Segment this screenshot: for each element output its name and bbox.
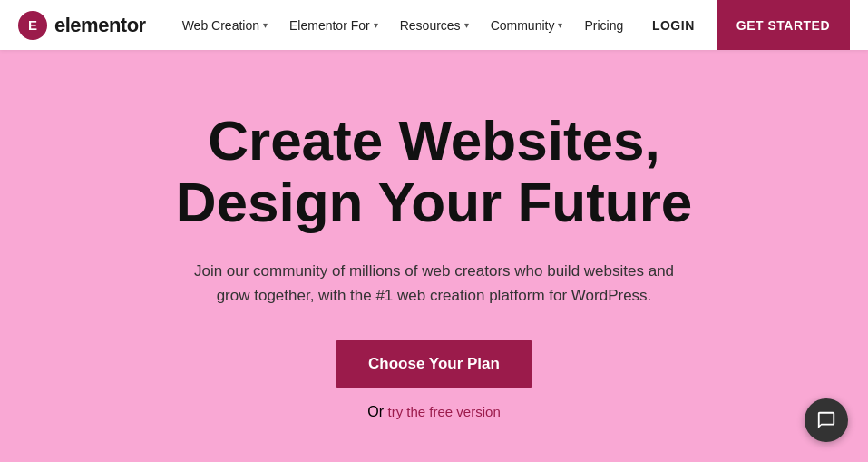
nav-links: Web Creation ▾ Elementor For ▾ Resources… (173, 13, 638, 38)
nav-item-pricing[interactable]: Pricing (575, 13, 632, 38)
chevron-down-icon: ▾ (464, 20, 469, 30)
login-button[interactable]: LOGIN (638, 11, 709, 40)
hero-title: Create Websites, Design Your Future (176, 110, 693, 233)
nav-item-elementor-for[interactable]: Elementor For ▾ (280, 13, 387, 38)
chevron-down-icon: ▾ (558, 20, 562, 30)
free-prefix: Or (367, 404, 387, 419)
hero-subtitle: Join our community of millions of web cr… (190, 259, 679, 308)
free-version-line: Or try the free version (367, 404, 500, 420)
chevron-down-icon: ▾ (263, 20, 268, 30)
navbar: E elementor Web Creation ▾ Elementor For… (0, 0, 868, 50)
logo-icon: E (18, 11, 47, 40)
brand-name: elementor (54, 14, 146, 37)
get-started-button[interactable]: GET STARTED (717, 0, 850, 50)
logo[interactable]: E elementor (18, 11, 146, 40)
nav-item-web-creation[interactable]: Web Creation ▾ (173, 13, 277, 38)
chevron-down-icon: ▾ (374, 20, 378, 30)
nav-right: LOGIN GET STARTED (638, 0, 850, 50)
nav-item-community[interactable]: Community ▾ (482, 13, 572, 38)
nav-item-resources[interactable]: Resources ▾ (391, 13, 478, 38)
hero-section: Create Websites, Design Your Future Join… (0, 50, 868, 462)
free-version-link[interactable]: try the free version (388, 404, 501, 419)
chat-icon (816, 410, 836, 430)
choose-plan-button[interactable]: Choose Your Plan (336, 340, 532, 388)
chat-support-button[interactable] (805, 398, 848, 442)
